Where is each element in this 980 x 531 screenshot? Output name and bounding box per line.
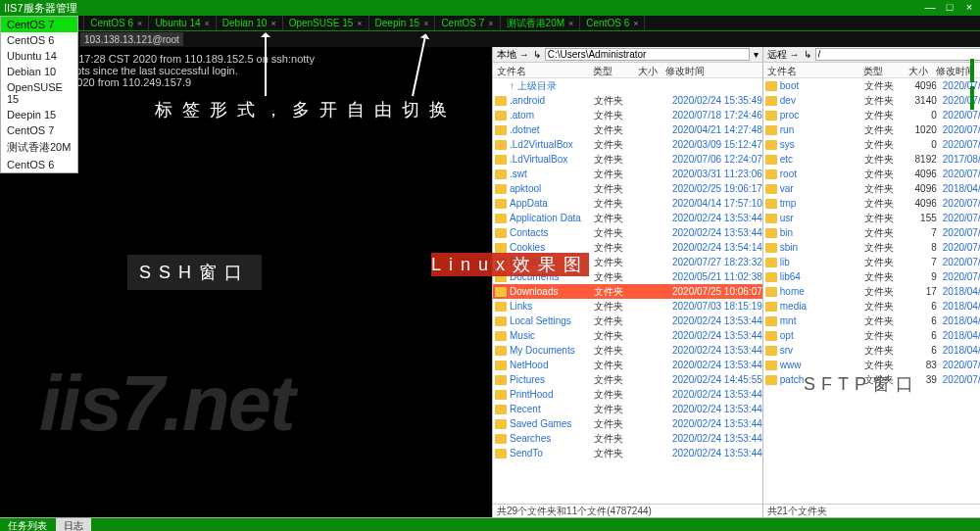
file-row[interactable]: Application Data文件夹2020/02/24 13:53:44	[493, 211, 762, 225]
file-row[interactable]: proc文件夹02020/07/27 15:38:39	[763, 108, 980, 122]
close-tab-icon[interactable]: ×	[633, 19, 638, 28]
sidebar-server-item[interactable]: 测试香港20M	[1, 138, 77, 157]
file-row[interactable]: run文件夹10202020/07/27 15:54:07	[763, 122, 980, 137]
path-dropdown-icon[interactable]: ▾	[754, 49, 759, 60]
session-tab[interactable]: CentOS 6×	[580, 16, 645, 30]
go-icon[interactable]: ↳	[804, 49, 811, 60]
file-row[interactable]: sys文件夹02020/07/27 15:54:07	[763, 137, 980, 152]
task-panel: 任务列表日志 回传名称大小进度上传/下载速度来源目标	[0, 517, 980, 531]
file-row[interactable]: sbin文件夹82020/07/27 18:10:01	[763, 240, 980, 255]
file-row[interactable]: www文件夹832020/07/21 17:15:34	[763, 358, 980, 372]
column-header[interactable]: 类型	[859, 63, 899, 77]
file-row[interactable]: root文件夹40962020/07/27 15:49:49	[763, 167, 980, 181]
file-row[interactable]: .Ld2VirtualBox文件夹2020/03/09 15:12:47	[493, 137, 762, 152]
file-row[interactable]: Pictures文件夹2020/02/24 14:45:55	[493, 372, 762, 387]
file-row[interactable]: etc文件夹81922017/08/03 14:42:44	[763, 152, 980, 167]
file-row[interactable]: Searches文件夹2020/02/24 13:53:44	[493, 431, 762, 446]
file-row[interactable]: Documents文件夹2020/05/21 11:02:38	[493, 269, 762, 284]
sidebar-server-item[interactable]: CentOS 6	[1, 157, 77, 172]
folder-icon	[495, 405, 507, 414]
file-row[interactable]: var文件夹40962018/04/11 12:59:55	[763, 181, 980, 196]
file-row[interactable]: apktool文件夹2020/02/25 19:06:17	[493, 181, 762, 196]
file-row[interactable]: dev文件夹31402020/07/27 15:38:39	[763, 93, 980, 108]
file-row[interactable]: .dotnet文件夹2020/04/21 14:27:48	[493, 122, 762, 137]
file-row[interactable]: Cookies文件夹2020/02/24 13:54:14	[493, 240, 762, 255]
sidebar-server-item[interactable]: CentOS 7	[1, 122, 77, 138]
column-header[interactable]: 大小	[628, 63, 662, 77]
file-row[interactable]: Music文件夹2020/02/24 13:53:44	[493, 328, 762, 343]
column-header[interactable]: 文件名	[493, 63, 589, 77]
file-row[interactable]: boot文件夹40962020/07/27 16:03:10	[763, 78, 980, 93]
file-row[interactable]: media文件夹62018/04/11 12:59:55	[763, 299, 980, 314]
file-row[interactable]: Links文件夹2020/07/03 18:15:19	[493, 299, 762, 314]
sidebar-server-item[interactable]: CentOS 7	[1, 17, 77, 32]
sidebar-server-item[interactable]: Deepin 15	[1, 107, 77, 122]
session-tab[interactable]: 测试香港20M×	[501, 16, 581, 30]
sidebar-server-item[interactable]: Debian 10	[1, 64, 77, 79]
file-row[interactable]: tmp文件夹40962020/07/27 16:19:47	[763, 196, 980, 211]
folder-icon	[765, 199, 777, 209]
file-row[interactable]: AppData文件夹2020/04/14 17:57:10	[493, 196, 762, 211]
file-row[interactable]: NetHood文件夹2020/02/24 13:53:44	[493, 358, 762, 372]
folder-icon	[495, 390, 507, 400]
close-tab-icon[interactable]: ×	[488, 19, 493, 28]
file-row[interactable]: .android文件夹2020/02/24 15:35:49	[493, 93, 762, 108]
file-row[interactable]: Saved Games文件夹2020/02/24 13:53:44	[493, 416, 762, 431]
file-row[interactable]: Recent文件夹2020/02/24 13:53:44	[493, 402, 762, 416]
file-row[interactable]: lib64文件夹92020/07/27 16:48:17	[763, 269, 980, 284]
sidebar-server-item[interactable]: Ubuntu 14	[1, 48, 77, 64]
session-tab[interactable]: Debian 10×	[217, 16, 283, 30]
close-tab-icon[interactable]: ×	[357, 19, 362, 28]
file-row[interactable]: PrintHood文件夹2020/02/24 13:53:44	[493, 387, 762, 402]
session-tab[interactable]: OpenSUSE 15×	[283, 16, 369, 30]
close-tab-icon[interactable]: ×	[270, 19, 275, 28]
close-button[interactable]: ×	[962, 2, 976, 14]
file-row[interactable]: srv文件夹62018/04/11 12:59:55	[763, 343, 980, 358]
close-tab-icon[interactable]: ×	[423, 19, 428, 28]
folder-icon	[765, 243, 777, 253]
file-row[interactable]: home文件夹172018/04/11 12:59:55	[763, 284, 980, 299]
file-row[interactable]: SendTo文件夹2020/02/24 13:53:44	[493, 446, 762, 460]
session-tab[interactable]: CentOS 7×	[435, 16, 500, 30]
file-row[interactable]: lib文件夹72020/07/27 15:36:21	[763, 255, 980, 269]
maximize-button[interactable]: □	[943, 2, 956, 14]
file-row[interactable]: mnt文件夹62018/04/11 12:59:55	[763, 314, 980, 328]
column-header[interactable]: 文件名	[763, 63, 859, 77]
folder-icon	[495, 155, 507, 165]
column-header[interactable]: 大小	[899, 63, 932, 77]
file-row[interactable]: .atom文件夹2020/07/18 17:24:46	[493, 108, 762, 122]
file-row[interactable]: Downloads文件夹2020/07/25 10:06:07	[493, 284, 762, 299]
folder-icon	[495, 111, 507, 121]
file-row[interactable]: .LdVirtualBox文件夹2020/07/06 12:24:07	[493, 152, 762, 167]
minimize-button[interactable]: —	[923, 2, 937, 14]
task-tab[interactable]: 日志	[56, 518, 91, 531]
file-row[interactable]: Desktop文件夹2020/07/27 18:23:32	[493, 255, 762, 269]
file-row[interactable]: patch文件夹392020/07/21 17:43:52	[763, 372, 980, 387]
folder-icon	[765, 184, 777, 194]
file-row[interactable]: usr文件夹1552020/07/27 15:36:53	[763, 211, 980, 225]
folder-icon	[765, 375, 777, 385]
go-icon[interactable]: ↳	[533, 49, 541, 60]
path-input[interactable]	[545, 48, 750, 61]
file-row[interactable]: bin文件夹72020/07/27 16:48:00	[763, 225, 980, 240]
task-tab[interactable]: 任务列表	[0, 518, 55, 531]
up-directory[interactable]: ↑ 上级目录	[493, 78, 762, 93]
file-row[interactable]: .swt文件夹2020/03/31 11:23:06	[493, 167, 762, 181]
path-bar: 103.138.13.121@root	[0, 31, 980, 47]
file-row[interactable]: opt文件夹62018/04/11 12:59:55	[763, 328, 980, 343]
pane-status: 共21个文件夹	[763, 504, 980, 517]
file-row[interactable]: Local Settings文件夹2020/02/24 13:53:44	[493, 314, 762, 328]
file-row[interactable]: Contacts文件夹2020/02/24 13:53:44	[493, 225, 762, 240]
close-tab-icon[interactable]: ×	[205, 19, 210, 28]
sidebar-server-item[interactable]: OpenSUSE 15	[1, 79, 77, 107]
close-tab-icon[interactable]: ×	[137, 19, 142, 28]
file-row[interactable]: My Documents文件夹2020/02/24 13:53:44	[493, 343, 762, 358]
session-tab[interactable]: CentOS 6×	[84, 16, 149, 30]
path-input[interactable]	[815, 48, 980, 61]
folder-icon	[765, 169, 777, 179]
close-tab-icon[interactable]: ×	[568, 19, 573, 28]
column-header[interactable]: 修改时间	[662, 63, 762, 77]
sidebar-server-item[interactable]: CentOS 6	[1, 32, 77, 48]
session-tab[interactable]: Ubuntu 14×	[149, 16, 216, 30]
column-header[interactable]: 类型	[589, 63, 628, 77]
